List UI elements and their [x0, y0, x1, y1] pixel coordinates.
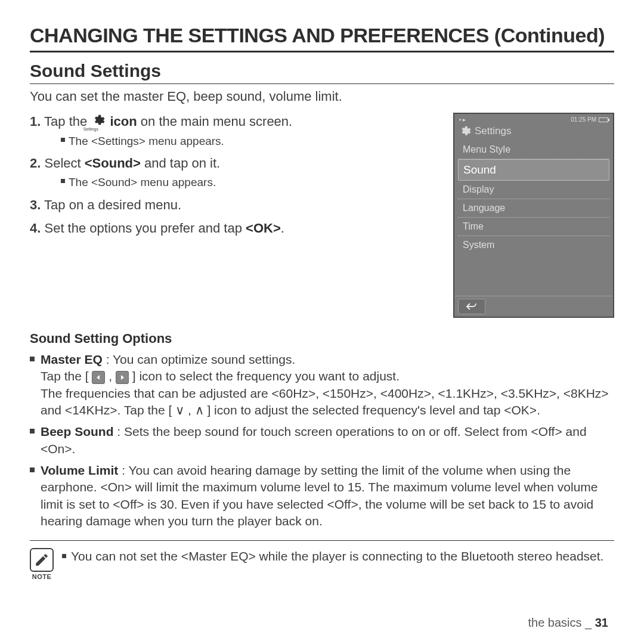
step-2-sub-text: The <Sound> menu appears.: [69, 175, 216, 190]
battery-icon: [599, 117, 608, 122]
right-arrow-icon: [116, 371, 129, 384]
step-4: 4. Set the options you prefer and tap <O…: [30, 219, 440, 237]
device-time: 01:25 PM: [571, 116, 596, 123]
step-2-bold: <Sound>: [85, 156, 141, 171]
option-label: Beep Sound: [41, 425, 114, 438]
step-3-text: Tap on a desired menu.: [44, 197, 181, 212]
note-icon: [30, 548, 54, 572]
note-label: NOTE: [30, 548, 54, 580]
option-label: Master EQ: [41, 352, 103, 366]
options-list: Master EQ : You can optimize sound setti…: [30, 351, 614, 541]
option-label: Volume Limit: [41, 463, 118, 477]
back-button[interactable]: [458, 299, 485, 314]
device-header: Settings: [454, 124, 613, 141]
device-menu-item[interactable]: System: [458, 236, 609, 254]
step-1-sub-text: The <Settings> menu appears.: [69, 134, 224, 149]
steps-list: 1. Tap the Settings icon on the main men…: [30, 113, 440, 237]
device-menu-item-selected[interactable]: Sound: [458, 159, 609, 181]
step-1-tail: on the main menu screen.: [137, 114, 292, 129]
option-body: : You can avoid hearing damage by settin…: [41, 463, 598, 528]
device-menu-item[interactable]: Time: [458, 218, 609, 236]
gear-icon: Settings: [91, 114, 106, 131]
option-volume-limit: Volume Limit : You can avoid hearing dam…: [30, 462, 614, 530]
bullet-icon: [30, 429, 35, 434]
step-4-pre: Set the options you prefer and tap: [44, 221, 246, 236]
gear-icon: [459, 125, 471, 137]
option-master-eq: Master EQ : You can optimize sound setti…: [30, 351, 614, 419]
footer-page-number: 31: [595, 616, 608, 629]
back-icon: [466, 302, 478, 311]
step-2-pre: Select: [44, 156, 84, 171]
device-menu-list: Menu Style Sound Display Language Time S…: [454, 141, 613, 254]
page-footer: the basics _ 31: [528, 616, 608, 630]
device-menu-item[interactable]: Display: [458, 181, 609, 199]
device-menu-item[interactable]: Language: [458, 199, 609, 218]
bullet-icon: [30, 467, 35, 472]
intro-text: You can set the master EQ, beep sound, v…: [30, 89, 614, 104]
option-body: ,: [105, 369, 116, 383]
note-text: You can not set the <Master EQ> while th…: [71, 548, 603, 565]
left-arrow-icon: [92, 371, 105, 384]
play-icon: ▪ ▸: [459, 116, 466, 123]
option-body: : Sets the beep sound for touch screen o…: [41, 425, 587, 455]
device-menu-item[interactable]: Menu Style: [458, 141, 609, 159]
device-status-bar: ▪ ▸ 01:25 PM: [454, 114, 613, 124]
footer-section: the basics _: [528, 616, 595, 629]
option-body: ] icon to select the frequency you want …: [129, 369, 400, 383]
option-body: Tap the [: [41, 369, 92, 383]
step-4-post: .: [281, 221, 284, 236]
step-1-bold: icon: [110, 114, 137, 129]
option-head: : You can optimize sound settings.: [103, 352, 295, 366]
step-2: 2. Select <Sound> and tap on it. The <So…: [30, 154, 440, 190]
step-2-post: and tap on it.: [141, 156, 220, 171]
step-1-sub: The <Settings> menu appears.: [45, 134, 440, 149]
device-footer: [454, 296, 613, 317]
bullet-icon: [30, 357, 35, 361]
options-title: Sound Setting Options: [30, 331, 614, 346]
device-header-label: Settings: [475, 125, 511, 137]
step-2-sub: The <Sound> menu appears.: [45, 175, 440, 190]
gear-caption: Settings: [91, 127, 106, 131]
section-title: Sound Settings: [30, 61, 614, 84]
step-3: 3. Tap on a desired menu.: [30, 196, 440, 214]
option-body: The frequencies that can be adjusted are…: [41, 386, 609, 417]
bullet-icon: [61, 138, 65, 142]
bullet-icon: [62, 554, 66, 558]
option-beep-sound: Beep Sound : Sets the beep sound for tou…: [30, 423, 614, 457]
page-title: CHANGING THE SETTINGS AND PREFERENCES (C…: [30, 24, 614, 52]
note-body: You can not set the <Master EQ> while th…: [62, 548, 614, 565]
step-4-bold: <OK>: [246, 221, 281, 236]
device-mock: ▪ ▸ 01:25 PM Settings Menu Style Sound D…: [453, 113, 614, 318]
step-1: 1. Tap the Settings icon on the main men…: [30, 113, 440, 148]
note-caption: NOTE: [30, 573, 54, 580]
note-row: NOTE You can not set the <Master EQ> whi…: [30, 548, 614, 580]
bullet-icon: [61, 179, 65, 183]
